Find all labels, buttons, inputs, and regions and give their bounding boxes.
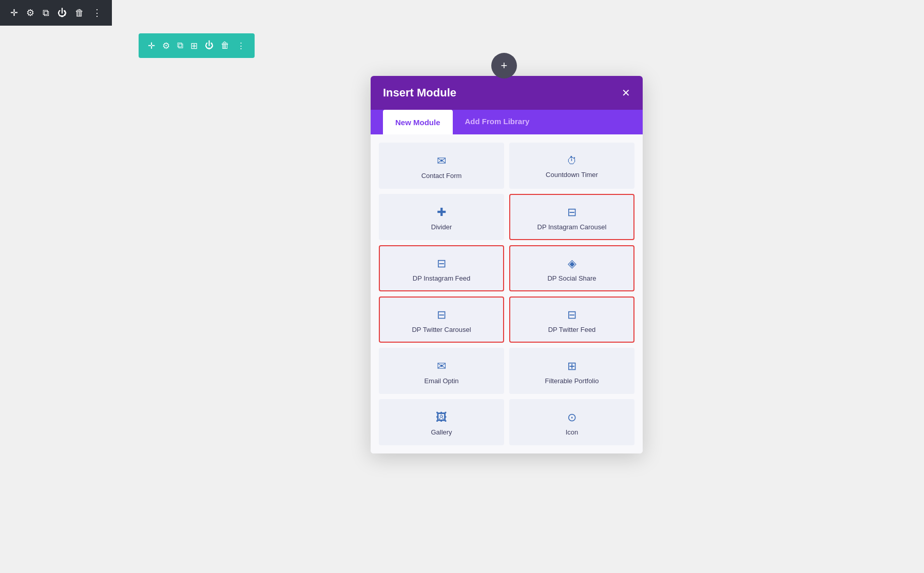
dp-twitter-carousel-icon: ⊟ (437, 308, 446, 322)
countdown-timer-icon: ⏱ (567, 155, 577, 167)
divider-icon: ✚ (437, 206, 446, 219)
gallery-icon: 🖼 (436, 411, 447, 424)
teal-toolbar: ✛ ⚙ ⧉ ⊞ ⏻ 🗑 ⋮ (139, 33, 255, 58)
module-item-dp-instagram-carousel[interactable]: ⊟ DP Instagram Carousel (509, 194, 634, 240)
more-icon[interactable]: ⋮ (92, 7, 102, 18)
tab-new-module[interactable]: New Module (383, 110, 453, 134)
toggle-icon[interactable]: ⏻ (57, 8, 67, 18)
module-item-dp-twitter-feed[interactable]: ⊟ DP Twitter Feed (509, 297, 634, 343)
filterable-portfolio-icon: ⊞ (567, 360, 576, 373)
dp-twitter-feed-label: DP Twitter Feed (548, 326, 596, 333)
columns-icon-teal[interactable]: ⊞ (190, 41, 198, 51)
modal-close-button[interactable]: ✕ (622, 88, 630, 98)
settings-icon-teal[interactable]: ⚙ (162, 41, 170, 51)
modal-tabs: New Module Add From Library (371, 110, 643, 134)
module-item-divider[interactable]: ✚ Divider (379, 194, 504, 240)
dp-instagram-carousel-icon: ⊟ (567, 206, 576, 219)
duplicate-icon-teal[interactable]: ⧉ (177, 41, 183, 51)
email-optin-label: Email Optin (424, 377, 458, 385)
toggle-icon-teal[interactable]: ⏻ (205, 41, 214, 51)
module-grid: ✉ Contact Form ⏱ Countdown Timer ✚ Divid… (371, 134, 643, 453)
module-item-email-optin[interactable]: ✉ Email Optin (379, 348, 504, 394)
icon-label: Icon (566, 428, 579, 436)
add-module-button[interactable]: + (491, 53, 517, 78)
dp-twitter-carousel-label: DP Twitter Carousel (412, 326, 471, 333)
delete-icon[interactable]: 🗑 (75, 8, 84, 18)
contact-form-icon: ✉ (437, 154, 446, 168)
duplicate-icon[interactable]: ⧉ (43, 8, 49, 18)
settings-icon[interactable]: ⚙ (26, 7, 34, 18)
module-item-dp-social-share[interactable]: ◈ DP Social Share (509, 245, 634, 291)
email-optin-icon: ✉ (437, 360, 446, 373)
module-item-filterable-portfolio[interactable]: ⊞ Filterable Portfolio (509, 348, 634, 394)
dp-social-share-label: DP Social Share (547, 274, 596, 282)
divider-label: Divider (431, 223, 452, 231)
modal-header: Insert Module ✕ (371, 76, 643, 110)
module-item-dp-twitter-carousel[interactable]: ⊟ DP Twitter Carousel (379, 297, 504, 343)
move-icon[interactable]: ✛ (10, 7, 18, 18)
insert-module-modal: Insert Module ✕ New Module Add From Libr… (371, 76, 643, 453)
filterable-portfolio-label: Filterable Portfolio (545, 377, 599, 385)
module-item-countdown-timer[interactable]: ⏱ Countdown Timer (509, 143, 634, 189)
dp-twitter-feed-icon: ⊟ (567, 308, 576, 322)
modal-title: Insert Module (383, 86, 456, 100)
gallery-label: Gallery (431, 428, 452, 436)
tab-add-from-library[interactable]: Add From Library (453, 110, 542, 134)
dp-instagram-feed-icon: ⊟ (437, 257, 446, 270)
more-icon-teal[interactable]: ⋮ (237, 41, 245, 51)
countdown-timer-label: Countdown Timer (546, 171, 598, 179)
dp-instagram-carousel-label: DP Instagram Carousel (537, 223, 607, 231)
icon-module-icon: ⊙ (567, 411, 576, 424)
module-item-icon[interactable]: ⊙ Icon (509, 399, 634, 445)
module-item-dp-instagram-feed[interactable]: ⊟ DP Instagram Feed (379, 245, 504, 291)
module-item-contact-form[interactable]: ✉ Contact Form (379, 143, 504, 189)
dp-instagram-feed-label: DP Instagram Feed (413, 274, 470, 282)
module-item-gallery[interactable]: 🖼 Gallery (379, 399, 504, 445)
top-dark-toolbar: ✛ ⚙ ⧉ ⏻ 🗑 ⋮ (0, 0, 112, 26)
dp-social-share-icon: ◈ (568, 257, 576, 270)
contact-form-label: Contact Form (421, 172, 462, 180)
delete-icon-teal[interactable]: 🗑 (221, 41, 229, 51)
move-icon-teal[interactable]: ✛ (148, 41, 155, 51)
